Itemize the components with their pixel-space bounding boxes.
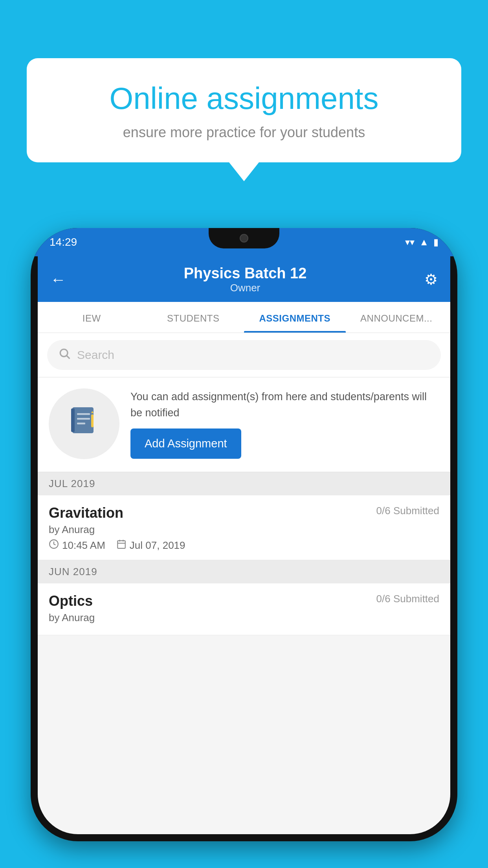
svg-rect-7 <box>91 414 94 427</box>
svg-rect-2 <box>72 407 94 433</box>
add-assignment-promo: You can add assignment(s) from here and … <box>38 377 450 472</box>
assignment-time-gravitation: 10:45 AM <box>62 539 105 552</box>
header-subtitle: Owner <box>184 282 307 294</box>
search-icon <box>58 347 71 363</box>
search-container: Search <box>38 333 450 377</box>
speech-bubble: Online assignments ensure more practice … <box>27 58 461 162</box>
add-assignment-button[interactable]: Add Assignment <box>130 428 241 459</box>
settings-button[interactable]: ⚙ <box>424 271 438 288</box>
assignment-top-row-optics: Optics 0/6 Submitted <box>49 593 439 609</box>
phone-status-icons: ▾▾ ▲ ▮ <box>405 237 438 248</box>
screen: ← Physics Batch 12 Owner ⚙ IEW STUDENTS … <box>38 256 450 834</box>
header-center: Physics Batch 12 Owner <box>184 265 307 294</box>
calendar-icon <box>116 539 127 552</box>
assignment-meta-gravitation: 10:45 AM Jul 07, 2019 <box>49 539 439 552</box>
wifi-icon: ▾▾ <box>405 237 415 248</box>
search-placeholder: Search <box>77 348 114 362</box>
phone-camera <box>240 234 248 243</box>
assignment-by-optics: by Anurag <box>49 612 439 624</box>
assignment-time-item: 10:45 AM <box>49 539 105 552</box>
svg-rect-3 <box>71 408 75 432</box>
assignment-date-gravitation: Jul 07, 2019 <box>130 539 185 552</box>
battery-icon: ▮ <box>433 237 438 248</box>
app-header: ← Physics Batch 12 Owner ⚙ <box>38 256 450 302</box>
phone-device: 14:29 ▾▾ ▲ ▮ ← Physics Batch 12 Owner ⚙ … <box>31 228 457 841</box>
speech-bubble-title: Online assignments <box>54 82 434 116</box>
svg-rect-6 <box>77 423 85 425</box>
assignment-icon-circle <box>49 388 119 459</box>
promo-description: You can add assignment(s) from here and … <box>130 389 439 421</box>
month-header-jun: JUN 2019 <box>38 560 450 583</box>
assignment-top-row: Gravitation 0/6 Submitted <box>49 505 439 521</box>
svg-rect-4 <box>77 413 90 415</box>
header-title: Physics Batch 12 <box>184 265 307 282</box>
assignment-date-item: Jul 07, 2019 <box>116 539 185 552</box>
assignment-name-optics: Optics <box>49 593 93 609</box>
phone-notch <box>209 228 279 248</box>
status-bar: 14:29 ▾▾ ▲ ▮ <box>31 228 457 256</box>
svg-rect-5 <box>77 418 90 420</box>
svg-line-1 <box>67 356 70 359</box>
svg-point-0 <box>60 349 68 357</box>
signal-icon: ▲ <box>419 237 429 248</box>
speech-bubble-subtitle: ensure more practice for your students <box>54 124 434 141</box>
tab-announcements[interactable]: ANNOUNCEM... <box>346 302 448 333</box>
assignment-submitted-gravitation: 0/6 Submitted <box>376 505 439 517</box>
tab-students[interactable]: STUDENTS <box>143 302 244 333</box>
month-header-jul: JUL 2019 <box>38 472 450 495</box>
clock-icon <box>49 539 59 552</box>
promo-right: You can add assignment(s) from here and … <box>130 389 439 459</box>
tabs-bar: IEW STUDENTS ASSIGNMENTS ANNOUNCEM... <box>38 302 450 333</box>
notebook-icon <box>66 403 102 445</box>
speech-bubble-container: Online assignments ensure more practice … <box>27 58 461 181</box>
search-bar[interactable]: Search <box>47 340 441 370</box>
svg-rect-10 <box>117 541 125 548</box>
assignment-item-gravitation[interactable]: Gravitation 0/6 Submitted by Anurag 10:4… <box>38 495 450 560</box>
assignment-submitted-optics: 0/6 Submitted <box>376 593 439 605</box>
assignment-item-optics[interactable]: Optics 0/6 Submitted by Anurag <box>38 583 450 635</box>
back-button[interactable]: ← <box>50 271 66 289</box>
tab-iew[interactable]: IEW <box>41 302 143 333</box>
tab-assignments[interactable]: ASSIGNMENTS <box>244 302 346 333</box>
assignment-by-gravitation: by Anurag <box>49 524 439 536</box>
status-time: 14:29 <box>50 236 77 248</box>
assignment-name-gravitation: Gravitation <box>49 505 123 521</box>
speech-bubble-arrow <box>229 162 259 181</box>
